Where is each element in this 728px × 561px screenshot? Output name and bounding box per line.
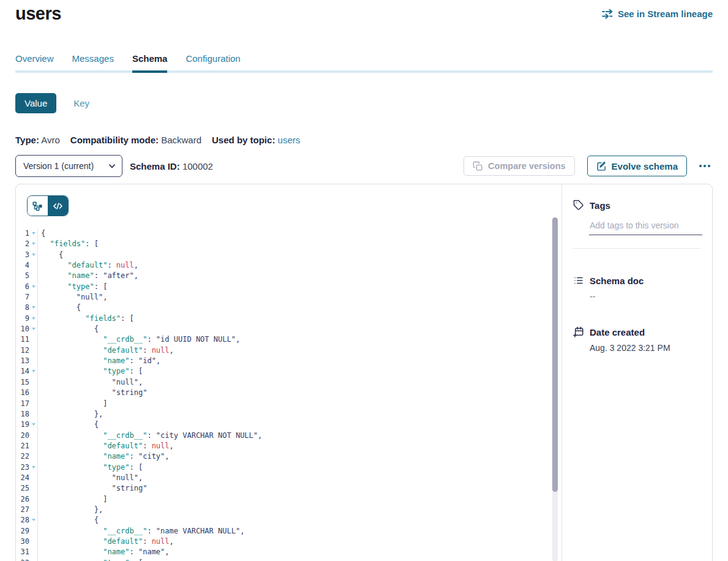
code-text: "name": "id", — [37, 356, 160, 366]
date-created-section: Date created Aug. 3 2022 3:21 PM — [573, 326, 705, 353]
editor-view-toggle — [27, 195, 69, 216]
fold-toggle-icon[interactable] — [32, 370, 36, 372]
code-line: 28 { — [16, 515, 561, 525]
tab-messages[interactable]: Messages — [72, 53, 114, 70]
line-number: 17 — [16, 399, 29, 409]
key-value-toggle: Value Key — [15, 93, 89, 113]
line-number: 11 — [16, 334, 29, 345]
line-number: 1 — [16, 228, 29, 239]
fold-gutter — [29, 441, 37, 451]
tab-overview[interactable]: Overview — [15, 53, 54, 70]
version-select-wrap: Version 1 (current) — [15, 155, 122, 177]
fold-gutter — [29, 462, 37, 473]
editor-scrollbar-track[interactable] — [552, 217, 558, 561]
line-number: 25 — [16, 483, 29, 494]
fold-gutter — [29, 271, 37, 281]
fold-gutter — [29, 388, 37, 398]
code-line: 17 ] — [16, 399, 561, 409]
code-line: 19 { — [16, 420, 561, 430]
tags-heading-row: Tags — [573, 200, 705, 211]
tab-schema[interactable]: Schema — [132, 53, 168, 73]
schema-doc-value: -- — [590, 292, 705, 301]
fold-gutter — [29, 473, 37, 483]
code-text: "string" — [37, 388, 147, 398]
add-tags-input[interactable] — [589, 220, 702, 235]
fold-gutter — [29, 314, 37, 324]
code-line: 4 "default": null, — [16, 260, 561, 271]
fold-toggle-icon[interactable] — [32, 519, 36, 521]
fold-gutter — [29, 526, 37, 537]
fold-toggle-icon[interactable] — [32, 232, 36, 235]
line-number: 15 — [16, 377, 29, 388]
fold-toggle-icon[interactable] — [32, 328, 36, 330]
schema-id: Schema ID: 100002 — [130, 161, 213, 171]
fold-gutter — [29, 515, 37, 525]
code-text: { — [37, 228, 45, 239]
evolve-schema-button[interactable]: Evolve schema — [587, 156, 687, 176]
code-line: 26 ] — [16, 494, 561, 505]
code-line: 22 "name": "city", — [16, 451, 561, 462]
tab-configuration[interactable]: Configuration — [186, 53, 240, 70]
line-number: 13 — [16, 356, 29, 366]
line-number: 2 — [16, 239, 29, 249]
code-lines: 1{2 "fields": [3 {4 "default": null,5 "n… — [16, 228, 561, 561]
line-number: 20 — [16, 431, 29, 441]
fold-gutter — [29, 399, 37, 409]
line-number: 23 — [16, 462, 29, 473]
fold-gutter — [29, 239, 37, 249]
schema-panel: 1{2 "fields": [3 {4 "default": null,5 "n… — [15, 184, 713, 561]
tree-view-button[interactable] — [28, 196, 48, 216]
fold-gutter — [29, 303, 37, 313]
value-toggle-button[interactable]: Value — [15, 93, 56, 113]
code-text: "__crdb__": "id UUID NOT NULL", — [37, 334, 240, 345]
fold-toggle-icon[interactable] — [32, 285, 36, 288]
compare-versions-button[interactable]: Compare versions — [463, 156, 575, 176]
code-text: { — [37, 515, 99, 525]
line-number: 26 — [16, 494, 29, 505]
code-text: "fields": [ — [37, 239, 99, 249]
schema-editor: 1{2 "fields": [3 {4 "default": null,5 "n… — [16, 184, 561, 561]
fold-toggle-icon[interactable] — [32, 306, 36, 309]
key-toggle-button[interactable]: Key — [73, 98, 89, 108]
editor-scrollbar-thumb[interactable] — [552, 217, 558, 492]
code-line: 30 "default": null, — [16, 537, 561, 547]
fold-toggle-icon[interactable] — [32, 254, 36, 256]
code-text: { — [37, 420, 99, 430]
line-number: 28 — [16, 515, 29, 525]
code-text: "type": [ — [37, 462, 143, 473]
code-line: 10 { — [16, 324, 561, 334]
code-line: 18 }, — [16, 409, 561, 420]
code-text: "default": null, — [37, 345, 174, 356]
code-line: 16 "string" — [16, 388, 561, 398]
code-text: "string" — [37, 483, 147, 494]
tab-bar: Overview Messages Schema Configuration — [15, 53, 713, 73]
edit-pencil-square-icon — [596, 161, 607, 171]
fold-toggle-icon[interactable] — [32, 466, 36, 469]
code-text: { — [37, 250, 63, 260]
code-text: "type": [ — [37, 558, 143, 561]
fold-toggle-icon[interactable] — [32, 243, 36, 245]
code-line: 13 "name": "id", — [16, 356, 561, 366]
calendar-plus-icon — [573, 326, 584, 337]
fold-toggle-icon[interactable] — [32, 317, 36, 320]
version-select[interactable]: Version 1 (current) — [15, 155, 122, 177]
code-text: "fields": [ — [37, 314, 134, 324]
line-number: 27 — [16, 505, 29, 515]
more-options-button[interactable] — [697, 161, 713, 171]
code-text: "name": "city", — [37, 451, 170, 462]
code-text: }, — [37, 409, 103, 420]
schema-doc-section: Schema doc -- — [573, 275, 705, 301]
see-in-stream-lineage-link[interactable]: See in Stream lineage — [602, 9, 713, 19]
code-line: 23 "type": [ — [16, 462, 561, 473]
code-line: 29 "__crdb__": "name VARCHAR NULL", — [16, 526, 561, 537]
code-text: "null", — [37, 292, 107, 303]
topic-link[interactable]: users — [278, 135, 301, 145]
fold-gutter — [29, 409, 37, 420]
fold-gutter — [29, 250, 37, 260]
tag-icon — [573, 200, 584, 211]
fold-toggle-icon[interactable] — [32, 423, 36, 426]
line-number: 19 — [16, 420, 29, 430]
schema-sidebar: Tags Schema doc -- — [561, 184, 712, 561]
code-line: 3 { — [16, 250, 561, 260]
code-view-button[interactable] — [48, 196, 68, 216]
